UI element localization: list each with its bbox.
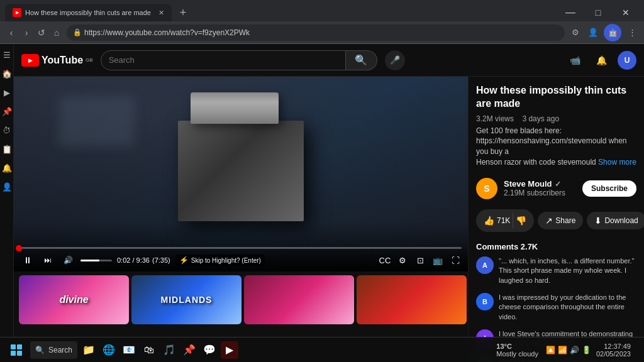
browser-profile-avatar[interactable]: 🤖 (604, 24, 621, 41)
desc-line3: Henson razor with code stevemould (476, 158, 596, 167)
rec-item-4[interactable] (357, 275, 467, 324)
sidebar-shorts-icon[interactable]: ▶ (1, 87, 13, 98)
win-logo-tl (11, 344, 16, 349)
recommended-strip: divine MIDLANDS (14, 272, 468, 328)
progress-bar[interactable] (20, 247, 462, 249)
maximize-button[interactable]: □ (585, 4, 611, 21)
action-bar: 👍 71K 👎 ↗ Share ⬇ Download (476, 209, 636, 232)
notifications-button[interactable]: 🔔 (591, 50, 611, 70)
share-label: Share (555, 216, 575, 225)
browser-tab[interactable]: ▶ How these impossibly thin cuts are mad… (5, 4, 172, 21)
home-button[interactable]: ⌂ (50, 26, 63, 39)
volume-bar[interactable] (80, 260, 112, 261)
comment-item-1: A "... which, in inches, is... a differe… (476, 256, 636, 285)
search-container: 🔍 (101, 50, 377, 70)
yt-search-bar[interactable] (101, 50, 346, 70)
skip-label: Skip to Highlight? (Enter) (191, 257, 261, 264)
tab-close-icon[interactable]: ✕ (158, 9, 164, 17)
channel-avatar[interactable]: S (476, 178, 497, 199)
fullscreen-button[interactable]: ⛶ (449, 254, 462, 266)
skip-icon: ⚡ (179, 256, 189, 265)
window-controls: — □ ✕ (557, 4, 639, 21)
sidebar-account-icon[interactable]: 👤 (1, 181, 13, 192)
browser-frame: ▶ How these impossibly thin cuts are mad… (0, 0, 644, 362)
download-button[interactable]: ⬇ Download (587, 212, 644, 229)
like-count: 71K (497, 216, 510, 225)
rec-item-3[interactable] (244, 275, 354, 324)
minimize-button[interactable]: — (557, 4, 584, 21)
forward-button[interactable]: › (20, 26, 33, 39)
search-button[interactable]: 🔍 (346, 50, 377, 70)
sidebar-menu-icon[interactable]: ☰ (1, 49, 13, 60)
video-title: How these impossibly thin cuts are made (476, 84, 636, 111)
controls-row: ⏸ ⏭ 🔊 0:02 / 9:36 (7:35) ⚡ Sk (20, 253, 462, 268)
next-button[interactable]: ⏭ (40, 253, 55, 268)
like-separator (513, 213, 513, 228)
comment-text-1: "... which, in inches, is... a different… (499, 256, 636, 285)
settings-button[interactable]: ⚙ (396, 254, 409, 266)
search-input[interactable] (109, 55, 338, 65)
tab-favicon: ▶ (13, 8, 21, 17)
taskbar-mail-icon[interactable]: 📧 (120, 341, 138, 359)
upload-button[interactable]: 📹 (565, 50, 585, 70)
refresh-button[interactable]: ↺ (35, 26, 48, 39)
address-bar-row: ‹ › ↺ ⌂ 🔒 https://www.youtube.com/watch?… (0, 21, 644, 44)
win-logo-bl (11, 351, 16, 356)
taskbar-right: 13°C Mostly cloudy 🔼 📶 🔊 🔋 12:37:49 02/0… (496, 343, 639, 358)
taskbar-music-icon[interactable]: 🎵 (160, 341, 178, 359)
sidebar-subscriptions-icon[interactable]: 📌 (1, 106, 13, 117)
thumbs-down-icon: 👎 (516, 216, 526, 226)
user-avatar[interactable]: U (618, 51, 636, 70)
taskbar-search[interactable]: 🔍 Search (30, 341, 77, 359)
bg-element-1 (59, 96, 135, 146)
taskbar-search-icon: 🔍 (35, 346, 45, 354)
sound-icon[interactable]: 🔊 (570, 346, 579, 354)
download-icon: ⬇ (594, 216, 602, 226)
close-window-button[interactable]: ✕ (613, 4, 639, 21)
yt-country-label: GB (86, 57, 93, 63)
sidebar-history-icon[interactable]: ⏱ (1, 124, 13, 136)
clock[interactable]: 12:37:49 02/05/2023 (596, 343, 631, 358)
comments-title: Comments 2.7K (476, 242, 636, 251)
miniplayer-button[interactable]: ⊡ (414, 254, 426, 266)
weather-widget[interactable]: 13°C Mostly cloudy (496, 343, 538, 358)
comment-avatar-2: B (476, 293, 494, 310)
play-pause-button[interactable]: ⏸ (20, 253, 35, 268)
sidebar-notifications-icon[interactable]: 🔔 (1, 162, 13, 173)
sidebar-home-icon[interactable]: 🏠 (1, 68, 13, 79)
extensions-icon[interactable]: ⚙ (569, 26, 582, 40)
thumbs-up-icon: 👍 (484, 216, 494, 226)
battery-icon[interactable]: 🔋 (582, 346, 591, 354)
video-player[interactable]: ⏸ ⏭ 🔊 0:02 / 9:36 (7:35) ⚡ Sk (14, 77, 468, 272)
like-button[interactable]: 👍 71K 👎 (476, 209, 534, 232)
browser-menu-icon[interactable]: ⋮ (625, 26, 639, 40)
subscribe-button[interactable]: Subscribe (582, 180, 636, 197)
taskbar-store-icon[interactable]: 🛍 (140, 341, 158, 359)
taskbar-chat-icon[interactable]: 💬 (201, 341, 218, 359)
right-controls: CC ⚙ ⊡ 📺 ⛶ (379, 254, 462, 266)
mic-button[interactable]: 🎤 (385, 50, 405, 70)
taskbar-explorer-icon[interactable]: 📁 (80, 341, 97, 359)
profile-icon[interactable]: 👤 (586, 26, 600, 40)
rec-item-1[interactable]: divine (19, 275, 129, 324)
taskbar-pin-icon[interactable]: 📌 (180, 341, 198, 359)
start-button[interactable] (5, 339, 28, 361)
show-more-button[interactable]: Show more (598, 158, 636, 167)
taskbar-yt-icon[interactable]: ▶ (221, 341, 238, 359)
show-hidden-icon[interactable]: 🔼 (546, 346, 555, 354)
url-text: https://www.youtube.com/watch?v=f9zyenX2… (84, 28, 250, 37)
address-bar[interactable]: 🔒 https://www.youtube.com/watch?v=f9zyen… (67, 25, 565, 41)
tab-bar: ▶ How these impossibly thin cuts are mad… (0, 0, 644, 21)
sidebar-library-icon[interactable]: 📋 (1, 143, 13, 155)
subtitles-button[interactable]: CC (379, 254, 391, 266)
rec-item-2[interactable]: MIDLANDS (131, 275, 242, 324)
cast-button[interactable]: 📺 (431, 254, 444, 266)
volume-fill (80, 260, 99, 261)
new-tab-button[interactable]: + (174, 4, 192, 21)
back-button[interactable]: ‹ (5, 26, 18, 39)
skip-highlight-button[interactable]: ⚡ Skip to Highlight? (Enter) (175, 255, 265, 266)
volume-button[interactable]: 🔊 (60, 253, 75, 268)
network-icon[interactable]: 📶 (558, 346, 567, 354)
taskbar-edge-icon[interactable]: 🌐 (100, 341, 118, 359)
share-button[interactable]: ↗ Share (538, 212, 583, 229)
